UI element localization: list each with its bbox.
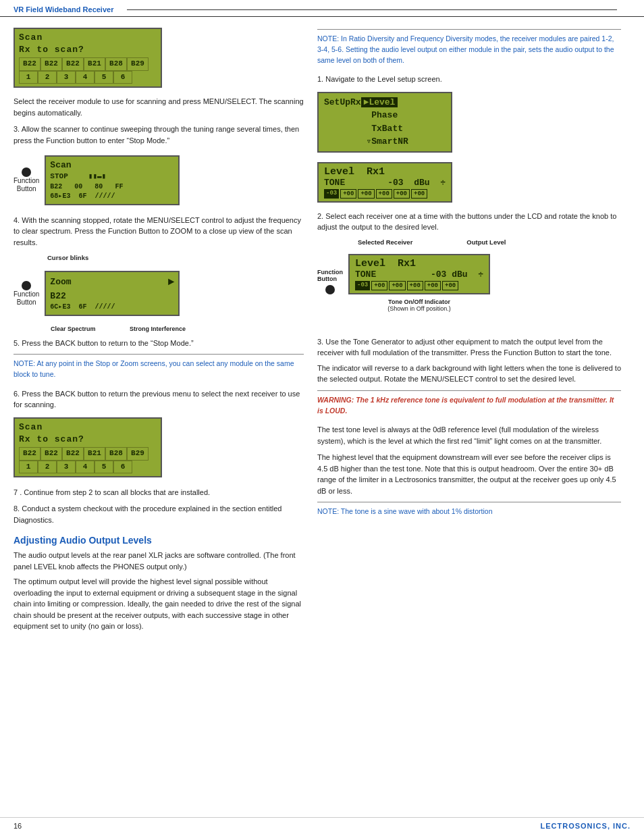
zoom-b22: B22 (50, 290, 174, 303)
level-row2b: TONE -03 dBu ÷ (355, 269, 483, 280)
level-display-1: Level Rx1 TONE -03 dBu ÷ -03 +00 +00 +00… (317, 162, 452, 203)
level-display-2: Level Rx1 TONE -03 dBu ÷ -03 +00 +00 +00 (348, 254, 490, 294)
setup-line1: SetUpRx►Level (324, 96, 446, 109)
level-lcd-1: Level Rx1 TONE -03 dBu ÷ -03 +00 +00 +00… (317, 159, 621, 205)
clear-spectrum-label: Clear Spectrum (51, 325, 96, 332)
scan-row1: B22 B22 B22 B21 B28 B29 (19, 57, 157, 70)
right-column: NOTE: In Ratio Diversity and Frequency D… (317, 24, 621, 810)
note-1: NOTE: At any point in the Stop or Zoom s… (14, 354, 304, 383)
brand-name: LECTROSONICS, INC. (540, 822, 630, 830)
cursor-blinks-label: Cursor blinks (47, 254, 88, 261)
zoom-line3: 6C▸E3 6F ///// (50, 303, 174, 312)
para2: The optimum output level will provide th… (14, 576, 304, 632)
bullet-1 (22, 167, 31, 177)
scan-line2: Rx to scan? (19, 44, 157, 56)
step1-right: 1. Navigate to the Level setup screen. (317, 74, 621, 85)
warning-box: WARNING: The 1 kHz reference tone is equ… (317, 390, 621, 419)
step5: 5. Press the BACK button to return to th… (14, 338, 304, 349)
note-top: NOTE: In Ratio Diversity and Frequency D… (317, 29, 621, 68)
stop-line4: 68▸E3 6F ///// (50, 192, 174, 201)
page-title: VR Field Wideband Receiver (14, 5, 113, 14)
scan-lcd-3: Scan Rx to scan? B22 B22 B22 B21 B28 B29… (14, 413, 304, 481)
step7: 7 . Continue from step 2 to scan all blo… (14, 487, 304, 498)
spectrum-labels: Clear Spectrum Strong Interference (51, 325, 186, 332)
setup-line2: Phase (324, 109, 446, 122)
stop-line3: B22 00 80 FF (50, 182, 174, 192)
tone-indicator-label: Tone On/Off Indicator(Shown in Off posit… (348, 298, 490, 312)
content-area: Scan Rx to scan? B22 B22 B22 B21 B28 B29… (0, 17, 644, 817)
warning-text: WARNING: The 1 kHz reference tone is equ… (317, 396, 614, 415)
function-button-col-right: FunctionButton (317, 269, 343, 294)
page: VR Field Wideband Receiver Scan Rx to sc… (0, 0, 644, 834)
page-number: 16 (14, 822, 22, 830)
scan-line1: Scan (19, 32, 157, 44)
zoom-label: Zoom (50, 276, 71, 288)
stop-line1: Scan (50, 159, 174, 172)
level-row1b: Level Rx1 (355, 258, 483, 269)
step2-right: 2. Select each receiver one at a time wi… (317, 211, 621, 233)
para-indicator: The indicator will reverse to a dark bac… (317, 363, 621, 385)
function-button-row-1: FunctionButton Scan STOP ▮▮▬▮ B22 00 80 … (14, 151, 304, 209)
function-button-row-right: FunctionButton Level Rx1 TONE -03 dBu ÷ (317, 251, 621, 312)
scan-row2: 1 2 3 4 5 6 (19, 71, 157, 84)
footer: 16 LECTROSONICS, INC. (0, 817, 644, 834)
step3-right: 3. Use the Tone Generator to adjust othe… (317, 336, 621, 359)
scan-row1-b: B22 B22 B22 B21 B28 B29 (19, 447, 157, 460)
step6: 6. Press the BACK button to return the p… (14, 388, 304, 411)
function-button-row-2: FunctionButton Zoom ► B22 6C▸E3 6F ///// (14, 267, 304, 320)
output-labels: Selected Receiver Output Level (358, 238, 621, 246)
level-diagram-area: Selected Receiver Output Level FunctionB… (317, 238, 621, 312)
setup-line3: TxBatt (324, 122, 446, 136)
scan-display-1: Scan Rx to scan? B22 B22 B22 B21 B28 B29… (14, 28, 162, 88)
function-button-col-1: FunctionButton (14, 167, 39, 193)
cursor-label-area: Cursor blinks (47, 253, 304, 261)
step-text-1: Select the receiver module to use for sc… (14, 96, 304, 118)
level-bars-1: -03 +00 +00 +00 +00 +00 (324, 189, 446, 199)
selected-receiver-label: Selected Receiver (358, 238, 412, 246)
scan-row2-b: 1 2 3 4 5 6 (19, 461, 157, 473)
function-label-2: FunctionButton (14, 290, 39, 307)
left-column: Scan Rx to scan? B22 B22 B22 B21 B28 B29… (14, 24, 304, 810)
setup-lcd: SetUpRx►Level Phase TxBatt ▿SmartNR (317, 89, 621, 155)
zoom-lcd: Zoom ► B22 6C▸E3 6F ///// (45, 271, 180, 316)
setup-display: SetUpRx►Level Phase TxBatt ▿SmartNR (317, 92, 452, 153)
scan-stop-lcd: Scan STOP ▮▮▬▮ B22 00 80 FF 68▸E3 6F ///… (45, 155, 180, 205)
function-button-col-2: FunctionButton (14, 281, 39, 307)
level-row1: Level Rx1 (324, 166, 446, 178)
scan-display-3: Scan Rx to scan? B22 B22 B22 B21 B28 B29… (14, 417, 162, 477)
step8: 8. Conduct a system checkout with the pr… (14, 503, 304, 525)
bullet-2 (22, 281, 31, 290)
para-highest: The highest level that the equipment dow… (317, 452, 621, 496)
step4: 4. With the scanning stopped, rotate the… (14, 215, 304, 249)
stop-label: STOP (50, 172, 68, 182)
setup-line4: ▿SmartNR (324, 135, 446, 149)
function-label-right: FunctionButton (317, 269, 343, 282)
bullet-right (325, 285, 335, 294)
para-test: The test tone level is always at the 0dB… (317, 424, 621, 446)
strong-interference-label: Strong Interference (130, 325, 186, 332)
step3: 3. Allow the scanner to continue sweepin… (14, 124, 304, 146)
top-bar: VR Field Wideband Receiver (0, 0, 644, 17)
section-title: Adjusting Audio Output Levels (14, 535, 304, 546)
level-row2: TONE -03 dBu ÷ (324, 178, 446, 188)
scan-lcd-1: Scan Rx to scan? B22 B22 B22 B21 B28 B29… (14, 24, 304, 92)
para1: The audio output levels at the rear pane… (14, 550, 304, 572)
note-bottom: NOTE: The tone is a sine wave with about… (317, 502, 621, 520)
function-label-1: FunctionButton (14, 177, 39, 193)
level-bars-2: -03 +00 +00 +00 +00 +00 (355, 281, 483, 290)
output-level-label: Output Level (466, 238, 506, 246)
